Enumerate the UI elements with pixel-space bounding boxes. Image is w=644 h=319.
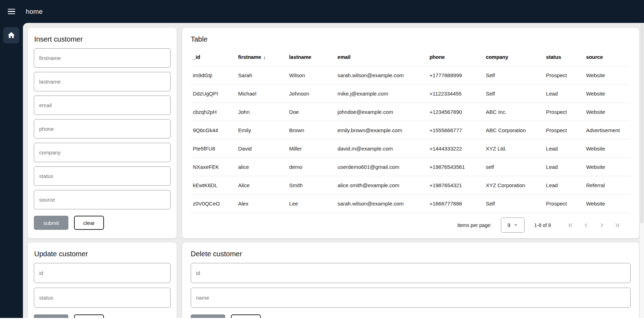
update-clear-button[interactable]: clear bbox=[74, 314, 104, 318]
cell-status: Prospect bbox=[544, 121, 584, 139]
table-header-row: _id firstname↓ lastname email phone comp… bbox=[191, 48, 631, 66]
delete-customer-card: Delete customer submit clear bbox=[182, 243, 639, 318]
cell-firstname: John bbox=[236, 103, 287, 121]
delete-id-input[interactable] bbox=[191, 263, 631, 283]
cell-id: 9Q6cGk44 bbox=[191, 121, 236, 139]
column-header-firstname[interactable]: firstname↓ bbox=[236, 48, 287, 66]
page-range-label: 1-8 of 8 bbox=[534, 222, 551, 228]
email-input[interactable] bbox=[34, 96, 171, 115]
table-row: z0V0QCeO Alex Lee sarah.wilson@example.c… bbox=[191, 194, 631, 213]
menu-icon[interactable] bbox=[7, 5, 20, 18]
cell-lastname: Lee bbox=[287, 194, 335, 213]
source-input[interactable] bbox=[34, 190, 171, 209]
page-title: home bbox=[26, 8, 43, 16]
cell-email: alice.smith@example.com bbox=[336, 176, 428, 194]
company-input[interactable] bbox=[34, 143, 171, 162]
firstname-input[interactable] bbox=[34, 48, 171, 68]
sidebar bbox=[0, 23, 23, 318]
cell-source: Website bbox=[584, 84, 631, 103]
lastname-input[interactable] bbox=[34, 72, 171, 91]
cell-company: XYZ Ltd. bbox=[484, 139, 544, 158]
column-header-source[interactable]: source bbox=[584, 48, 631, 66]
page-size-value: 9 bbox=[507, 222, 510, 228]
cell-phone: +19876543561 bbox=[427, 158, 484, 176]
column-header-status[interactable]: status bbox=[544, 48, 584, 66]
vertical-scrollbar[interactable] bbox=[640, 23, 644, 318]
items-per-page-label: Items per page: bbox=[457, 222, 491, 228]
sidebar-item-home[interactable] bbox=[3, 27, 19, 43]
cell-status: Lead bbox=[544, 158, 584, 176]
menu-icon-bar bbox=[8, 9, 15, 10]
cell-firstname: alice bbox=[236, 158, 287, 176]
customers-table: _id firstname↓ lastname email phone comp… bbox=[191, 48, 631, 213]
cell-company: ABC Corporation bbox=[484, 121, 544, 139]
cell-company: self bbox=[484, 158, 544, 176]
delete-name-input[interactable] bbox=[191, 288, 631, 308]
update-submit-button[interactable]: submit bbox=[34, 314, 68, 318]
last-page-button[interactable] bbox=[609, 217, 625, 233]
first-page-icon bbox=[567, 222, 574, 229]
column-header-email[interactable]: email bbox=[336, 48, 428, 66]
table-body: im9dGtji Sarah Wilson sarah.wilson@examp… bbox=[191, 66, 631, 213]
cell-id: z0V0QCeO bbox=[191, 194, 236, 213]
scrollbar-thumb[interactable] bbox=[640, 23, 644, 223]
phone-input[interactable] bbox=[34, 119, 171, 139]
cell-company: Self bbox=[484, 194, 544, 213]
cell-id: im9dGtji bbox=[191, 66, 236, 84]
update-id-input[interactable] bbox=[34, 263, 171, 283]
update-customer-title: Update customer bbox=[28, 243, 177, 263]
cell-phone: +1666777888 bbox=[427, 194, 484, 213]
page-size-select[interactable]: 9 ▼ bbox=[501, 217, 525, 233]
cell-source: Advertisement bbox=[584, 121, 631, 139]
table-row: kEwtK6DL Alice Smith alice.smith@example… bbox=[191, 176, 631, 194]
cell-lastname: Wilson bbox=[287, 66, 335, 84]
delete-clear-button[interactable]: clear bbox=[231, 314, 261, 318]
insert-clear-button[interactable]: clear bbox=[74, 216, 104, 230]
cell-email: david.m@example.com bbox=[336, 139, 428, 158]
cell-status: Lead bbox=[544, 176, 584, 194]
cell-firstname: Emily bbox=[236, 121, 287, 139]
column-header-id[interactable]: _id bbox=[191, 48, 236, 66]
paginator: Items per page: 9 ▼ 1-8 of 8 bbox=[182, 212, 639, 238]
table-row: NXaxeFEK alice demo userdemo601@gmail.co… bbox=[191, 158, 631, 176]
last-page-icon bbox=[614, 222, 621, 229]
first-page-button[interactable] bbox=[563, 217, 578, 233]
cell-source: Website bbox=[584, 66, 631, 84]
app-window: home Insert customer bbox=[0, 0, 644, 318]
cell-status: Lead bbox=[544, 84, 584, 103]
cell-company: ABC Inc. bbox=[484, 103, 544, 121]
cell-firstname: Sarah bbox=[236, 66, 287, 84]
previous-page-button[interactable] bbox=[578, 217, 594, 233]
cell-firstname: Michael bbox=[236, 84, 287, 103]
home-icon bbox=[7, 31, 16, 39]
cell-firstname: David bbox=[236, 139, 287, 158]
menu-icon-bar bbox=[8, 13, 15, 14]
cell-email: mike.j@example.com bbox=[336, 84, 428, 103]
chevron-right-icon bbox=[598, 222, 605, 229]
delete-submit-button[interactable]: submit bbox=[191, 314, 225, 318]
insert-submit-button[interactable]: submit bbox=[34, 216, 68, 230]
cell-source: Website bbox=[584, 194, 631, 213]
next-page-button[interactable] bbox=[594, 217, 609, 233]
update-status-input[interactable] bbox=[34, 288, 171, 308]
cell-company: Self bbox=[484, 66, 544, 84]
cell-lastname: Miller bbox=[287, 139, 335, 158]
cell-phone: +1122334455 bbox=[427, 84, 484, 103]
select-caret-icon: ▼ bbox=[513, 224, 518, 226]
cell-source: Website bbox=[584, 139, 631, 158]
sort-desc-icon: ↓ bbox=[263, 54, 266, 60]
column-header-lastname[interactable]: lastname bbox=[287, 48, 335, 66]
table-card: Table _id firstname↓ lastname em bbox=[182, 28, 639, 238]
cell-phone: +1444333222 bbox=[427, 139, 484, 158]
table-row: DdzUgQPI Michael Johnson mike.j@example.… bbox=[191, 84, 631, 103]
main-content: Insert customer submit clear Table bbox=[23, 23, 644, 318]
cell-email: johndoe@example.com bbox=[336, 103, 428, 121]
status-input[interactable] bbox=[34, 166, 171, 186]
cell-email: sarah.wilson@example.com bbox=[336, 66, 428, 84]
cell-firstname: Alex bbox=[236, 194, 287, 213]
cell-id: DdzUgQPI bbox=[191, 84, 236, 103]
update-customer-card: Update customer submit clear bbox=[28, 243, 177, 318]
column-header-company[interactable]: company bbox=[484, 48, 544, 66]
cell-lastname: Brown bbox=[287, 121, 335, 139]
column-header-phone[interactable]: phone bbox=[427, 48, 484, 66]
